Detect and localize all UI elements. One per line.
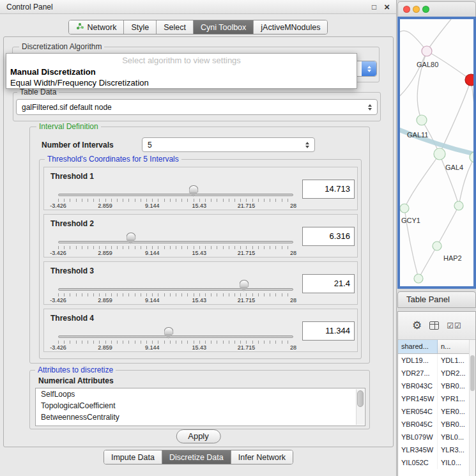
table-row[interactable]: YBL079WYBL0...	[398, 431, 475, 443]
slider-track[interactable]	[58, 288, 293, 291]
network-node-gal4[interactable]	[434, 148, 445, 160]
threshold-slider[interactable]: -3.4262.8599.14415.4321.71528	[58, 233, 293, 257]
tick-label: -3.426	[50, 203, 66, 209]
network-edge[interactable]	[437, 206, 459, 246]
threshold-row: Threshold 2-3.4262.8599.14415.4321.71528…	[43, 214, 358, 257]
slider-thumb[interactable]	[189, 185, 199, 197]
table-data-value: galFiltered.sif default node	[17, 103, 365, 112]
combo-stepper-icon[interactable]	[302, 142, 312, 148]
tab-discretize-data[interactable]: Discretize Data	[162, 450, 231, 464]
apply-button[interactable]: Apply	[176, 429, 221, 443]
table-scrollbar[interactable]	[469, 340, 475, 476]
table-row[interactable]: YLR345WYLR3...	[398, 443, 475, 456]
table-row[interactable]: YIL052CYIL0...	[398, 456, 475, 469]
algorithm-option-equal-width-frequency-discretization[interactable]: Equal Width/Frequency Discretization	[6, 77, 357, 88]
table-cell[interactable]: YDR27...	[398, 367, 438, 380]
table-cell[interactable]: YBR045C	[398, 418, 438, 431]
network-edge[interactable]	[400, 51, 427, 96]
node-label: GAL4	[445, 164, 463, 171]
columns-icon[interactable]	[429, 321, 439, 330]
num-intervals-combobox[interactable]: 5	[142, 137, 315, 152]
tick-label: 9.144	[145, 203, 160, 209]
threshold-label: Threshold 3	[50, 266, 94, 275]
network-edge[interactable]	[427, 19, 451, 51]
numerical-attributes-heading: Numerical Attributes	[38, 376, 114, 385]
table-cell[interactable]: YBL079W	[398, 431, 438, 443]
network-node-node[interactable]	[414, 274, 423, 283]
threshold-value-field[interactable]: 6.316	[302, 227, 355, 246]
slider-thumb[interactable]	[127, 233, 136, 244]
list-item-topologicalcoefficient[interactable]: TopologicalCoefficient	[36, 400, 365, 411]
network-edge[interactable]	[418, 246, 437, 279]
list-scrollbar-thumb[interactable]	[357, 390, 364, 407]
combo-stepper-icon[interactable]	[362, 61, 376, 76]
slider-thumb[interactable]	[239, 280, 249, 291]
tab-network[interactable]: Network	[69, 20, 125, 34]
slider-track[interactable]	[58, 194, 293, 196]
network-window-titlebar	[397, 1, 476, 17]
attributes-list[interactable]: SelfLoopsTopologicalCoefficientBetweenne…	[35, 388, 365, 426]
table-scrollbar-thumb[interactable]	[470, 355, 475, 391]
zoom-light-icon[interactable]	[422, 6, 429, 13]
slider-track[interactable]	[58, 335, 293, 338]
network-node-red-node[interactable]	[465, 74, 473, 86]
network-canvas[interactable]: GAL80GAL11GAL4GCY1HAP2	[400, 19, 473, 286]
tick-label: 2.859	[98, 203, 112, 209]
network-node-gcy1[interactable]	[400, 204, 409, 213]
threshold-slider[interactable]: -3.4262.8599.14415.4321.71528	[58, 185, 293, 210]
tab-infer-network[interactable]: Infer Network	[231, 450, 293, 464]
bottom-tab-strip: Impute DataDiscretize DataInfer Network	[0, 450, 397, 464]
slider-ticks-icon	[58, 293, 293, 296]
float-window-icon[interactable]: □	[372, 3, 376, 11]
tab-select[interactable]: Select	[157, 20, 194, 34]
network-edge[interactable]	[471, 80, 473, 157]
threshold-slider[interactable]: -3.4262.8599.14415.4321.71528	[58, 327, 293, 351]
list-item-selfloops[interactable]: SelfLoops	[36, 388, 365, 400]
table-row[interactable]: YBR043CYBR0...	[398, 380, 475, 392]
table-cell[interactable]: YER054C	[398, 405, 438, 418]
network-node-gal11[interactable]	[417, 115, 427, 125]
threshold-value-field[interactable]: 21.4	[302, 274, 355, 293]
slider-thumb[interactable]	[164, 327, 173, 339]
column-header-shared[interactable]: shared...	[398, 340, 438, 353]
close-light-icon[interactable]	[403, 6, 410, 13]
table-cell[interactable]: YDL19...	[398, 354, 438, 367]
network-edge[interactable]	[404, 154, 440, 208]
network-node-node[interactable]	[454, 201, 463, 210]
tab-jactivemnodules[interactable]: jActiveMNodules	[254, 20, 327, 34]
slider-track[interactable]	[58, 241, 293, 243]
list-scrollbar[interactable]	[356, 389, 364, 425]
tab-style[interactable]: Style	[124, 20, 157, 34]
list-item-betweennesscentrality[interactable]: BetweennessCentrality	[36, 411, 365, 423]
thresholds-group: Threshold's Coordinates for 5 Intervals …	[39, 159, 362, 359]
table-cell[interactable]: YBR043C	[398, 380, 438, 392]
threshold-value-field[interactable]: 11.344	[302, 321, 355, 341]
table-cell[interactable]: YPR145W	[398, 392, 438, 405]
algorithm-option-manual-discretization[interactable]: Manual Discretization	[6, 66, 357, 77]
gear-icon[interactable]: ⚙	[412, 320, 422, 331]
network-edge[interactable]	[440, 80, 471, 154]
table-panel-titlebar[interactable]: Table Panel	[397, 291, 476, 308]
table-row[interactable]: YER054CYER0...	[398, 405, 475, 418]
select-columns-icon[interactable]: ☑☑	[447, 321, 462, 330]
table-cell[interactable]: YIL052C	[398, 456, 438, 469]
network-edge[interactable]	[440, 154, 459, 206]
table-row[interactable]: YBR045CYBR0...	[398, 418, 475, 431]
tab-cyni-toolbox[interactable]: Cyni Toolbox	[194, 20, 254, 34]
tick-label: 15.43	[192, 250, 207, 256]
tab-impute-data[interactable]: Impute Data	[104, 450, 162, 464]
table-row[interactable]: YDR27...YDR2...	[398, 367, 475, 380]
table-row[interactable]: YPR145WYPR1...	[398, 392, 475, 405]
threshold-slider[interactable]: -3.4262.8599.14415.4321.71528	[58, 280, 293, 304]
top-tab-strip: NetworkStyleSelectCyni ToolboxjActiveMNo…	[0, 20, 396, 35]
network-node-hap2[interactable]	[433, 242, 441, 250]
minimize-light-icon[interactable]	[413, 6, 420, 13]
close-icon[interactable]: ×	[384, 2, 390, 12]
combo-stepper-icon[interactable]	[365, 104, 375, 111]
table-row[interactable]: YDL19...YDL1...	[398, 354, 475, 367]
table-cell[interactable]: YLR345W	[398, 443, 438, 456]
control-panel-window: Control Panel □ × NetworkStyleSelectCyni…	[0, 0, 397, 476]
table-data-combobox[interactable]: galFiltered.sif default node	[16, 99, 378, 115]
network-node-gal80[interactable]	[422, 46, 432, 56]
threshold-value-field[interactable]: 14.713	[302, 180, 355, 199]
